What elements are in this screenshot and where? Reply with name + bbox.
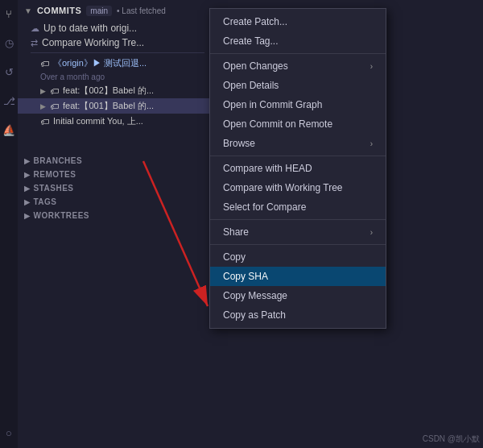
ctx-item-compare-with-working-tree[interactable]: Compare with Working Tree [210, 178, 386, 197]
submenu-arrow-icon: › [370, 139, 373, 148]
ctx-item-label: Open Changes [223, 60, 288, 72]
divider-1 [31, 52, 204, 53]
time-label: Over a month ago [18, 71, 217, 83]
user-icon[interactable]: ○ [2, 425, 16, 440]
submenu-arrow-icon: › [370, 62, 373, 71]
branches-section[interactable]: ▶ BRANCHES [18, 153, 217, 167]
ctx-item-label: Create Tag... [223, 35, 278, 47]
ctx-item-copy-as-patch[interactable]: Copy as Patch [210, 305, 386, 325]
panel-header: ▼ COMMITS main • Last fetched [18, 0, 217, 21]
ctx-item-label: Copy as Patch [223, 309, 286, 321]
source-control-icon[interactable]: ⑂ [2, 6, 16, 21]
ctx-item-copy-sha[interactable]: Copy SHA [210, 267, 386, 286]
commit-icon-1: 🏷 [50, 102, 59, 111]
commit-icon-0: 🏷 [50, 86, 59, 96]
commit-label-2: Initial commit You, 上... [53, 115, 143, 127]
cloud-icon: ☁ [31, 23, 39, 34]
branches-chevron: ▶ [24, 157, 31, 165]
commit-chevron-1: ▶ [40, 102, 46, 110]
stashes-section[interactable]: ▶ STASHES [18, 180, 217, 194]
collapse-chevron[interactable]: ▼ [24, 6, 32, 15]
origin-label: 《origin》▶ 测试回退... [53, 57, 147, 69]
watermark: CSDN @凯小默 [423, 433, 480, 445]
tags-chevron: ▶ [24, 198, 31, 206]
remotes-label: REMOTES [34, 170, 76, 179]
compare-label: Compare Working Tre... [42, 37, 144, 48]
ctx-item-label: Copy SHA [223, 271, 268, 282]
tags-section[interactable]: ▶ TAGS [18, 194, 217, 208]
worktrees-chevron: ▶ [24, 212, 31, 220]
ctx-item-select-for-compare[interactable]: Select for Compare [210, 197, 386, 217]
ctx-item-create-patch[interactable]: Create Patch... [210, 12, 386, 31]
commit-item-0[interactable]: ▶ 🏷 feat:【002】Babel 的... [18, 83, 217, 98]
main-panel: ▼ COMMITS main • Last fetched ☁ Up to da… [18, 0, 217, 448]
commit-item-2[interactable]: 🏷 Initial commit You, 上... [18, 114, 217, 129]
ctx-item-label: Browse [223, 138, 255, 149]
ctx-separator [210, 53, 386, 54]
remotes-section[interactable]: ▶ REMOTES [18, 167, 217, 180]
ctx-item-label: Select for Compare [223, 201, 306, 213]
ctx-item-compare-with-head[interactable]: Compare with HEAD [210, 159, 386, 178]
refresh-icon[interactable]: ↺ [2, 64, 16, 79]
commit-icon-2: 🏷 [40, 117, 49, 127]
commit-label-1: feat:【001】Babel 的... [63, 100, 154, 112]
branch-label: main [86, 6, 112, 16]
worktrees-label: WORKTREES [34, 211, 90, 220]
ctx-separator [210, 156, 386, 156]
ctx-item-label: Copy [223, 251, 246, 263]
up-to-date-item[interactable]: ☁ Up to date with origi... [18, 21, 217, 35]
ctx-separator [210, 244, 386, 245]
ctx-item-create-tag[interactable]: Create Tag... [210, 31, 386, 51]
ctx-item-label: Copy Message [223, 290, 287, 301]
history-icon[interactable]: ◷ [2, 35, 16, 50]
compare-icon: ⇄ [31, 38, 38, 48]
commit-chevron-0: ▶ [40, 87, 46, 95]
ctx-item-copy-message[interactable]: Copy Message [210, 286, 386, 305]
branch-icon[interactable]: ⎇ [2, 93, 16, 108]
ctx-item-label: Create Patch... [223, 16, 287, 27]
ctx-item-open-commit-on-remote[interactable]: Open Commit on Remote [210, 114, 386, 134]
ctx-separator [210, 219, 386, 220]
ctx-item-label: Open in Commit Graph [223, 99, 322, 110]
ctx-item-browse[interactable]: Browse› [210, 134, 386, 153]
ctx-item-label: Compare with HEAD [223, 163, 312, 174]
branches-label: BRANCHES [34, 156, 83, 165]
stashes-label: STASHES [34, 184, 74, 193]
ctx-item-copy[interactable]: Copy [210, 247, 386, 267]
up-to-date-label: Up to date with origi... [43, 23, 137, 34]
commit-label-0: feat:【002】Babel 的... [63, 85, 154, 97]
last-fetched-label: • Last fetched [117, 6, 166, 15]
stashes-chevron: ▶ [24, 185, 31, 193]
context-menu: Create Patch...Create Tag...Open Changes… [209, 8, 386, 329]
ship-icon[interactable]: ⛵ [2, 122, 16, 137]
panel-title: COMMITS [37, 6, 81, 15]
ctx-item-open-changes[interactable]: Open Changes› [210, 56, 386, 76]
tags-label: TAGS [34, 197, 57, 206]
ctx-item-label: Open Details [223, 80, 279, 91]
worktrees-section[interactable]: ▶ WORKTREES [18, 208, 217, 222]
sidebar: ⑂ ◷ ↺ ⎇ ⛵ ○ [0, 0, 18, 448]
ctx-item-share[interactable]: Share› [210, 222, 386, 242]
remotes-chevron: ▶ [24, 171, 31, 179]
submenu-arrow-icon: › [370, 228, 373, 237]
compare-working-tree-item[interactable]: ⇄ Compare Working Tre... [18, 35, 217, 50]
commit-item-1[interactable]: ▶ 🏷 feat:【001】Babel 的... [18, 98, 217, 114]
tag-icon: 🏷 [40, 59, 49, 68]
origin-item[interactable]: 🏷 《origin》▶ 测试回退... [18, 56, 217, 71]
ctx-item-label: Share [223, 226, 249, 238]
ctx-item-label: Compare with Working Tree [223, 182, 343, 193]
ctx-item-label: Open Commit on Remote [223, 118, 332, 130]
ctx-item-open-in-commit-graph[interactable]: Open in Commit Graph [210, 95, 386, 114]
ctx-item-open-details[interactable]: Open Details [210, 76, 386, 95]
